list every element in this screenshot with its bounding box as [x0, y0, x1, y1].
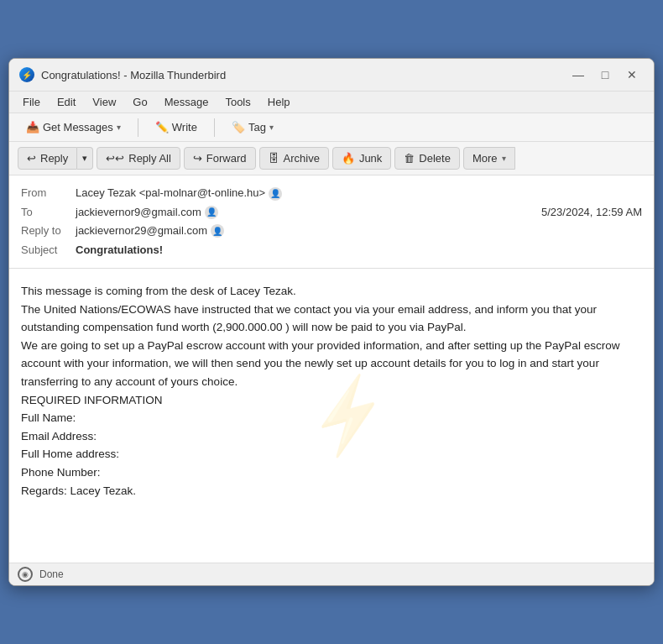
junk-label: Junk [359, 152, 382, 165]
minimize-button[interactable]: — [566, 65, 590, 84]
archive-label: Archive [284, 152, 320, 165]
reply-to-contact-icon[interactable]: 👤 [211, 224, 224, 238]
reply-all-button[interactable]: ↩↩ Reply All [97, 147, 180, 170]
status-text: Done [39, 568, 64, 580]
menu-edit[interactable]: Edit [50, 93, 82, 111]
menu-go[interactable]: Go [126, 93, 154, 111]
to-label: To [21, 206, 76, 218]
get-messages-label: Get Messages [43, 121, 113, 134]
more-dropdown-icon: ▾ [502, 154, 506, 163]
more-label: More [472, 152, 498, 165]
close-button[interactable]: ✕ [620, 65, 644, 84]
status-bar: ◉ Done [9, 563, 654, 585]
reply-all-label: Reply All [128, 152, 171, 165]
write-icon: ✏️ [155, 121, 169, 134]
toolbar-divider [138, 118, 138, 137]
reply-button[interactable]: ↩ Reply [18, 147, 77, 170]
toolbar: 📥 Get Messages ▾ ✏️ Write 🏷️ Tag ▾ [9, 113, 654, 142]
archive-icon: 🗄 [269, 152, 279, 165]
more-group: More ▾ [463, 147, 515, 170]
to-section: To jackievernor9@gmail.com 👤 [21, 206, 218, 219]
menu-tools[interactable]: Tools [218, 93, 257, 111]
tag-icon: 🏷️ [232, 121, 245, 134]
get-messages-dropdown-icon: ▾ [117, 123, 121, 132]
reply-icon: ↩ [27, 152, 36, 165]
junk-button[interactable]: 🔥 Junk [332, 147, 391, 170]
reply-to-value: jackievernor29@gmail.com [76, 224, 207, 237]
tag-button[interactable]: 🏷️ Tag ▾ [223, 118, 282, 137]
to-value: jackievernor9@gmail.com [76, 206, 201, 218]
toolbar-divider-2 [214, 118, 215, 137]
email-headers: From Lacey Tezak <pal-molnar@t-online.hu… [9, 175, 654, 269]
menu-view[interactable]: View [86, 93, 123, 111]
body-text: This message is coming from the desk of … [21, 282, 642, 500]
from-label: From [21, 186, 76, 199]
title-bar-controls: — □ ✕ [566, 65, 644, 84]
date-value: 5/23/2024, 12:59 AM [541, 206, 642, 218]
tag-dropdown-icon: ▾ [269, 123, 274, 132]
reply-all-icon: ↩↩ [106, 152, 124, 165]
menu-file[interactable]: File [16, 93, 47, 111]
subject-row: Subject Congratulations! [21, 240, 642, 259]
tag-label: Tag [248, 121, 266, 134]
reply-label: Reply [40, 152, 68, 165]
maximize-button[interactable]: □ [593, 65, 617, 84]
forward-icon: ↪ [193, 152, 202, 165]
get-messages-icon: 📥 [26, 121, 39, 134]
forward-button[interactable]: ↪ Forward [184, 147, 256, 170]
menu-bar: File Edit View Go Message Tools Help [9, 92, 654, 113]
archive-button[interactable]: 🗄 Archive [259, 147, 329, 170]
delete-icon: 🗑 [404, 152, 415, 165]
delete-button[interactable]: 🗑 Delete [394, 147, 460, 170]
junk-icon: 🔥 [342, 152, 355, 165]
reply-group: ↩ Reply ▾ [18, 147, 93, 170]
menu-message[interactable]: Message [158, 93, 216, 111]
reply-dropdown-button[interactable]: ▾ [77, 147, 93, 170]
forward-label: Forward [206, 152, 247, 165]
main-window: ⚡ Congratulations! - Mozilla Thunderbird… [8, 58, 655, 586]
menu-help[interactable]: Help [261, 93, 297, 111]
to-row: To jackievernor9@gmail.com 👤 5/23/2024, … [21, 203, 642, 222]
from-contact-icon[interactable]: 👤 [269, 187, 282, 201]
window-title: Congratulations! - Mozilla Thunderbird [41, 69, 226, 81]
title-bar: ⚡ Congratulations! - Mozilla Thunderbird… [9, 59, 654, 92]
title-bar-left: ⚡ Congratulations! - Mozilla Thunderbird [19, 67, 226, 82]
from-row: From Lacey Tezak <pal-molnar@t-online.hu… [21, 184, 642, 203]
email-body: ⚡ This message is coming from the desk o… [9, 269, 654, 563]
reply-to-label: Reply to [21, 224, 76, 237]
subject-label: Subject [21, 243, 76, 256]
write-label: Write [172, 121, 197, 134]
to-contact-icon[interactable]: 👤 [205, 206, 218, 219]
status-icon: ◉ [18, 567, 33, 582]
reply-to-row: Reply to jackievernor29@gmail.com 👤 [21, 222, 642, 241]
app-icon: ⚡ [19, 67, 34, 82]
more-button[interactable]: More ▾ [463, 147, 515, 170]
from-value: Lacey Tezak <pal-molnar@t-online.hu> [76, 186, 265, 199]
subject-value: Congratulations! [76, 243, 163, 256]
get-messages-button[interactable]: 📥 Get Messages ▾ [18, 118, 129, 137]
delete-label: Delete [419, 152, 451, 165]
action-bar: ↩ Reply ▾ ↩↩ Reply All ↪ Forward 🗄 Archi… [9, 142, 654, 175]
write-button[interactable]: ✏️ Write [147, 118, 206, 137]
